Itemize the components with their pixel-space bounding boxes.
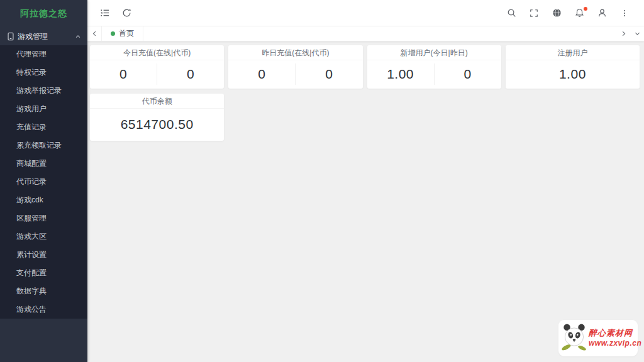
sidebar-item-game-users[interactable]: 游戏用户 (0, 100, 87, 118)
card-value: 0 (157, 67, 224, 82)
tabs-menu-icon[interactable] (630, 26, 644, 41)
card-value: 0 (296, 67, 362, 82)
watermark-site-name: 醉心素材网 (589, 328, 641, 339)
toolbar-left (99, 8, 132, 19)
tab-bar: 首页 (87, 26, 644, 41)
sidebar-item-payment-config[interactable]: 支付配置 (0, 264, 87, 282)
card-value: 1.00 (506, 67, 640, 82)
tabs-scroll-right-icon[interactable] (616, 26, 630, 41)
card-title: 今日充值(在线|代币) (90, 45, 224, 60)
toolbar-right (506, 8, 630, 19)
sidebar-item-game-announcements[interactable]: 游戏公告 (0, 300, 87, 319)
stat-cards-row-1: 今日充值(在线|代币) 0 0 昨日充值(在线|代币) 0 0 (90, 45, 640, 89)
sidebar-item-data-dictionary[interactable]: 数据字典 (0, 282, 87, 300)
sidebar: 阿拉德之怒 游戏管理 代理管理 特权记录 游戏举报记录 游戏用户 充值记录 累充… (0, 0, 87, 362)
menu-group-label: 游戏管理 (18, 31, 48, 42)
notification-badge (584, 7, 587, 11)
panda-logo-icon (561, 322, 587, 354)
sidebar-item-cumulative-settings[interactable]: 累计设置 (0, 246, 87, 264)
card-value: 0 (228, 67, 295, 82)
card-title: 代币余额 (90, 94, 224, 109)
card-value: 0 (435, 67, 501, 82)
app-title: 阿拉德之怒 (0, 0, 87, 28)
sidebar-item-mall-config[interactable]: 商城配置 (0, 155, 87, 173)
stat-cards-row-2: 代币余额 6514700.50 (90, 94, 640, 141)
sidebar-item-recharge-records[interactable]: 充值记录 (0, 118, 87, 136)
sidebar-item-token-records[interactable]: 代币记录 (0, 173, 87, 191)
card-title: 昨日充值(在线|代币) (228, 45, 362, 60)
card-value: 6514700.50 (90, 117, 224, 132)
tab-home[interactable]: 首页 (101, 26, 143, 41)
card-title: 新增用户(今日|昨日) (367, 45, 501, 60)
search-icon[interactable] (506, 8, 517, 19)
sidebar-fold-icon[interactable] (99, 8, 110, 19)
toolbar (87, 0, 644, 26)
tabbar-spacer (143, 26, 616, 41)
main-area: 首页 今日充值(在线|代币) 0 (87, 0, 644, 362)
stat-card-today-recharge: 今日充值(在线|代币) 0 0 (90, 45, 224, 89)
sidebar-item-server-management[interactable]: 区服管理 (0, 209, 87, 228)
sidebar-item-game-zones[interactable]: 游戏大区 (0, 228, 87, 246)
bell-icon[interactable] (574, 8, 585, 19)
fullscreen-icon[interactable] (528, 8, 540, 19)
sidebar-item-agent-management[interactable]: 代理管理 (0, 45, 87, 63)
globe-icon[interactable] (551, 8, 562, 19)
user-icon[interactable] (596, 8, 608, 19)
watermark-url: www.zxvip.cn (589, 339, 641, 349)
sidebar-submenu: 代理管理 特权记录 游戏举报记录 游戏用户 充值记录 累充领取记录 商城配置 代… (0, 45, 87, 319)
card-title: 注册用户 (506, 45, 640, 60)
mobile-icon (6, 31, 15, 41)
stat-card-registered-users: 注册用户 1.00 (506, 45, 640, 89)
refresh-icon[interactable] (121, 8, 132, 19)
watermark-text: 醉心素材网 www.zxvip.cn (589, 328, 641, 348)
chevron-up-icon (75, 34, 81, 39)
stat-card-yesterday-recharge: 昨日充值(在线|代币) 0 0 (228, 45, 362, 89)
watermark: 醉心素材网 www.zxvip.cn (558, 320, 638, 356)
sidebar-item-privilege-records[interactable]: 特权记录 (0, 63, 87, 82)
sidebar-item-game-cdk[interactable]: 游戏cdk (0, 191, 87, 209)
stat-card-token-balance: 代币余额 6514700.50 (90, 94, 224, 141)
tab-home-label: 首页 (119, 28, 134, 39)
active-tab-dot (111, 31, 115, 36)
card-value: 1.00 (367, 67, 434, 82)
more-vertical-icon[interactable] (619, 8, 630, 19)
sidebar-menu-game-management[interactable]: 游戏管理 (0, 28, 87, 45)
sidebar-item-game-report-records[interactable]: 游戏举报记录 (0, 82, 87, 100)
dashboard-content: 今日充值(在线|代币) 0 0 昨日充值(在线|代币) 0 0 (87, 41, 644, 362)
card-value: 0 (90, 67, 157, 82)
tabs-scroll-left-icon[interactable] (87, 26, 101, 41)
sidebar-item-cumulative-recharge-claims[interactable]: 累充领取记录 (0, 136, 87, 155)
stat-card-new-users: 新增用户(今日|昨日) 1.00 0 (367, 45, 501, 89)
app-root: 阿拉德之怒 游戏管理 代理管理 特权记录 游戏举报记录 游戏用户 充值记录 累充… (0, 0, 644, 362)
